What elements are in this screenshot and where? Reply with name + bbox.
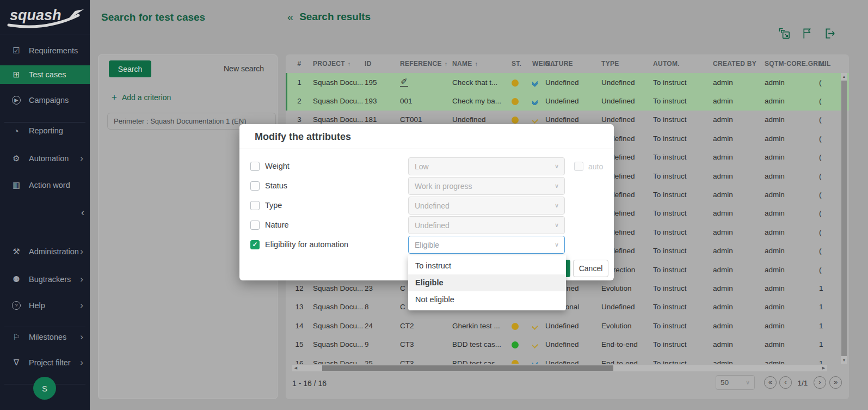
- column-header-nature[interactable]: NATURE: [545, 60, 601, 68]
- test-cases-icon: ⊞: [11, 70, 22, 79]
- column-header-weig-[interactable]: WEIG...: [532, 60, 545, 68]
- new-search-link[interactable]: New search: [224, 64, 264, 73]
- collapse-results-icon[interactable]: «: [287, 11, 293, 22]
- cell-automation: To instruct: [653, 115, 713, 124]
- dropdown-option-eligible[interactable]: Eligible: [408, 274, 566, 291]
- column-header-autom-[interactable]: AUTOM.: [653, 60, 713, 68]
- last-page-button[interactable]: »: [829, 376, 842, 389]
- field-select[interactable]: Eligible ∨: [408, 236, 565, 254]
- cell-id: 25: [365, 359, 400, 364]
- cell-row-number: 16: [286, 359, 313, 364]
- export-icon[interactable]: [824, 27, 836, 40]
- sidebar-item-campaigns[interactable]: ▶ Campaigns ›: [0, 91, 90, 109]
- scroll-down-icon[interactable]: ▼: [841, 357, 847, 364]
- table-row[interactable]: 2 Squash Docu... 193 001 Check my ba... …: [286, 91, 849, 110]
- chevron-down-icon: ∨: [555, 222, 559, 229]
- page-size-select[interactable]: 50 ∨: [716, 375, 755, 390]
- sidebar-item-requirements[interactable]: ☑ Requirements ›: [0, 41, 90, 60]
- column-header-type[interactable]: TYPE: [601, 60, 653, 68]
- search-button[interactable]: Search: [109, 60, 151, 77]
- field-checkbox[interactable]: [250, 221, 260, 230]
- field-select[interactable]: Work in progress ∨: [408, 177, 565, 195]
- cell-project: Squash Docu...: [313, 115, 365, 124]
- edit-reference-icon[interactable]: ✐: [400, 78, 408, 87]
- dropdown-option-to-instruct[interactable]: To instruct: [408, 258, 566, 274]
- sidebar-item-administration[interactable]: ⚒ Administration ›: [0, 242, 90, 261]
- field-checkbox[interactable]: [250, 181, 260, 191]
- chevron-down-icon: ∨: [746, 379, 750, 386]
- field-select[interactable]: Undefined ∨: [408, 197, 565, 215]
- first-page-button[interactable]: «: [764, 376, 777, 389]
- status-dot-icon: [512, 98, 519, 105]
- table-row[interactable]: 12 Squash Docu... 23 C Undefined Evoluti…: [286, 279, 849, 297]
- sidebar-item-project-filter[interactable]: ∇ Project filter ›: [0, 353, 90, 372]
- scroll-right-icon[interactable]: ▶: [820, 365, 827, 371]
- cell-row-number: 14: [286, 322, 313, 330]
- sidebar-item-bugtrackers[interactable]: ⚉ Bugtrackers ›: [0, 270, 90, 289]
- cell-automation: To instruct: [653, 153, 713, 161]
- previous-page-button[interactable]: ‹: [779, 376, 792, 389]
- cell-type: Evolution: [601, 284, 653, 292]
- auto-checkbox[interactable]: [574, 162, 583, 171]
- column-header-st-[interactable]: ST.: [512, 60, 532, 68]
- sidebar-item-reporting[interactable]: ◔ Reporting ›: [0, 121, 90, 140]
- table-row[interactable]: 15 Squash Docu... 9 CT3 BDD test cas... …: [286, 335, 849, 353]
- avatar[interactable]: S: [33, 377, 56, 400]
- table-row[interactable]: 16 Squash Docu... 25 CT3 BDD test cas...…: [286, 354, 849, 364]
- cell-status: [512, 97, 532, 105]
- cell-project: Squash Docu...: [313, 340, 365, 348]
- status-dot-icon: [512, 323, 519, 330]
- cell-name: Gherkin test ...: [452, 322, 512, 330]
- cell-sqtm-core: admin: [765, 78, 819, 87]
- field-checkbox[interactable]: ✓: [250, 240, 260, 249]
- cell-weight: [532, 359, 545, 364]
- sidebar-item-test-cases[interactable]: ⊞ Test cases ›: [0, 65, 90, 84]
- add-criterion-button[interactable]: +Add a criterion: [112, 92, 171, 103]
- table-row[interactable]: 14 Squash Docu... 24 CT2 Gherkin test ..…: [286, 316, 849, 335]
- cell-automation: To instruct: [653, 97, 713, 105]
- vertical-scrollbar[interactable]: ▲ ▼: [841, 73, 847, 364]
- mass-modify-icon[interactable]: [778, 27, 791, 40]
- cell-weight: [532, 115, 545, 124]
- scroll-left-icon[interactable]: ◀: [292, 365, 299, 371]
- field-checkbox[interactable]: [250, 201, 260, 210]
- sidebar-item-help[interactable]: ? Help ›: [0, 296, 90, 315]
- column-header-reference[interactable]: REFERENCE↑: [400, 60, 452, 68]
- cancel-button[interactable]: Cancel: [573, 260, 608, 277]
- sidebar-item-action-word[interactable]: ▥ Action word ›: [0, 176, 90, 194]
- sidebar-collapse-icon[interactable]: ‹: [81, 207, 84, 218]
- next-page-button[interactable]: ›: [814, 376, 826, 389]
- vertical-scrollbar-thumb[interactable]: [841, 81, 847, 356]
- flag-icon[interactable]: [801, 27, 814, 40]
- horizontal-scrollbar-thumb[interactable]: [322, 365, 613, 371]
- dialog-field-eligibility-for-automation: ✓ Eligibility for automation Eligible ∨: [239, 236, 614, 254]
- chevron-right-icon: ›: [80, 357, 83, 368]
- column-header-project[interactable]: PROJECT↑: [313, 60, 365, 68]
- column-header-name[interactable]: NAME↑: [452, 60, 512, 68]
- reporting-icon: ◔: [11, 126, 22, 136]
- table-row[interactable]: 13 Squash Docu... 8 C Functional Undefin…: [286, 298, 849, 316]
- cell-nature: Undefined: [545, 115, 601, 124]
- sidebar-item-automation[interactable]: ⚙ Automation ›: [0, 149, 90, 168]
- cell-row-number: 1: [286, 78, 313, 87]
- milestone-flag-icon: ⚐: [11, 332, 22, 342]
- sidebar-item-milestones[interactable]: ⚐ Milestones ›: [0, 328, 90, 346]
- column-header-sqtm-core-gri-[interactable]: SQTM-CORE.GRI...: [765, 60, 819, 68]
- scroll-up-icon[interactable]: ▲: [841, 73, 847, 80]
- field-checkbox[interactable]: [250, 162, 260, 171]
- column-header-created-by[interactable]: CREATED BY: [713, 60, 765, 68]
- field-select[interactable]: Undefined ∨: [408, 216, 565, 234]
- cell-automation: To instruct: [653, 247, 713, 255]
- cell-nature: Undefined: [545, 322, 601, 330]
- cell-weight: [532, 322, 545, 330]
- dropdown-option-not-eligible[interactable]: Not eligible: [408, 291, 566, 308]
- horizontal-scrollbar[interactable]: ◀ ▶: [292, 365, 827, 371]
- cell-id: 23: [365, 284, 400, 292]
- column-header--[interactable]: #: [286, 60, 313, 68]
- column-header-mil[interactable]: MIL: [819, 60, 849, 68]
- field-select[interactable]: Low ∨: [408, 157, 565, 175]
- column-header-id[interactable]: ID: [365, 60, 400, 68]
- eligibility-dropdown-panel: To instructEligibleNot eligible: [408, 255, 566, 310]
- table-row[interactable]: 1 Squash Docu... 195 ✐ Check that t... U…: [286, 73, 849, 91]
- cell-status: [512, 340, 532, 348]
